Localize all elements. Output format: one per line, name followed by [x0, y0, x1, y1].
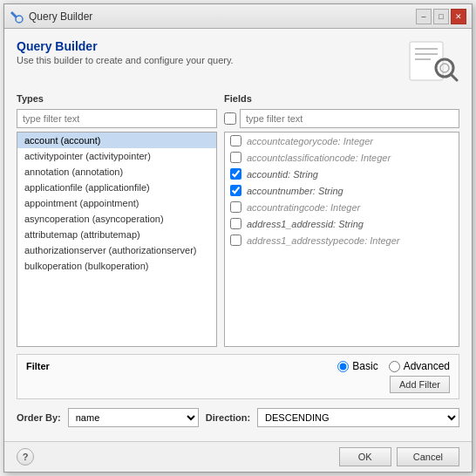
- bottom-section: Filter Basic Advanced Add Filter: [17, 354, 459, 431]
- list-item[interactable]: activitypointer (activitypointer): [17, 148, 216, 164]
- types-panel: Types account (account) activitypointer …: [17, 93, 217, 347]
- field-name: address1_addresstypecode: Integer: [247, 235, 400, 246]
- list-item[interactable]: attributemap (attributemap): [17, 227, 216, 242]
- title-bar-left: Query Builder: [10, 10, 92, 24]
- footer-left: ?: [17, 448, 34, 466]
- minimize-button[interactable]: –: [416, 9, 432, 24]
- header-text: Query Builder Use this builder to create…: [17, 39, 234, 65]
- list-item[interactable]: applicationfile (applicationfile): [17, 180, 216, 195]
- help-button[interactable]: ?: [17, 448, 34, 466]
- order-by-label: Order By:: [17, 412, 61, 423]
- field-item[interactable]: accountid: String: [225, 166, 459, 182]
- advanced-radio[interactable]: [389, 361, 400, 372]
- field-name: accountcategorycode: Integer: [247, 136, 373, 146]
- direction-select[interactable]: ASCENDING DESCENDING: [257, 408, 459, 427]
- content-area: Query Builder Use this builder to create…: [4, 29, 472, 441]
- types-filter-input[interactable]: [17, 109, 217, 128]
- field-item[interactable]: accountnumber: String: [225, 182, 459, 199]
- title-bar-controls: – □ ✕: [416, 9, 466, 24]
- field-item[interactable]: accountratingcode: Integer: [225, 199, 459, 215]
- header-section: Query Builder Use this builder to create…: [17, 39, 459, 83]
- main-panels: Types account (account) activitypointer …: [17, 93, 459, 347]
- advanced-radio-option[interactable]: Advanced: [389, 360, 450, 372]
- filter-section: Filter Basic Advanced Add Filter: [17, 354, 459, 399]
- basic-radio[interactable]: [337, 361, 349, 372]
- main-window: Query Builder – □ ✕ Query Builder Use th…: [3, 3, 473, 473]
- list-item[interactable]: appointment (appointment): [17, 195, 216, 211]
- add-filter-button[interactable]: Add Filter: [390, 376, 450, 393]
- field-checkbox[interactable]: [230, 218, 241, 229]
- footer: ? OK Cancel: [4, 441, 472, 472]
- list-item[interactable]: asyncoperation (asyncoperation): [17, 211, 216, 227]
- fields-filter-row: [224, 109, 459, 128]
- field-item[interactable]: address1_addressid: String: [225, 215, 459, 232]
- field-name: accountclassificationcode: Integer: [247, 153, 391, 163]
- advanced-label: Advanced: [404, 360, 450, 372]
- field-name: accountnumber: String: [247, 186, 343, 196]
- filter-label: Filter: [26, 361, 50, 371]
- field-name: accountid: String: [247, 169, 318, 180]
- close-button[interactable]: ✕: [451, 9, 466, 24]
- basic-radio-option[interactable]: Basic: [337, 360, 377, 372]
- filter-row: Filter Basic Advanced: [26, 360, 450, 372]
- fields-list[interactable]: accountcategorycode: Integer accountclas…: [224, 132, 459, 347]
- direction-label: Direction:: [206, 412, 250, 423]
- page-title: Query Builder: [17, 39, 234, 53]
- field-checkbox[interactable]: [230, 152, 241, 163]
- app-icon: [10, 10, 24, 24]
- field-checkbox[interactable]: [230, 235, 241, 246]
- types-list[interactable]: account (account) activitypointer (activ…: [17, 132, 217, 347]
- list-item[interactable]: bulkoperation (bulkoperation): [17, 258, 216, 274]
- cancel-button[interactable]: Cancel: [397, 447, 459, 466]
- query-icon: [408, 40, 459, 82]
- footer-right: OK Cancel: [339, 447, 459, 466]
- header-icon: [407, 39, 459, 83]
- order-by-select[interactable]: name: [68, 408, 199, 427]
- field-checkbox[interactable]: [230, 168, 241, 180]
- filter-radio-group: Basic Advanced: [337, 360, 450, 372]
- fields-filter-input[interactable]: [240, 109, 459, 128]
- field-checkbox[interactable]: [230, 135, 241, 146]
- field-checkbox[interactable]: [230, 201, 241, 213]
- list-item[interactable]: account (account): [17, 133, 216, 148]
- title-bar: Query Builder – □ ✕: [4, 4, 472, 29]
- page-description: Use this builder to create and configure…: [17, 55, 234, 65]
- field-checkbox[interactable]: [230, 185, 241, 196]
- basic-label: Basic: [352, 360, 377, 372]
- list-item[interactable]: annotation (annotation): [17, 164, 216, 180]
- field-name: address1_addressid: String: [247, 219, 364, 229]
- field-item[interactable]: accountcategorycode: Integer: [225, 133, 459, 149]
- svg-line-7: [451, 74, 457, 80]
- order-section: Order By: name Direction: ASCENDING DESC…: [17, 405, 459, 431]
- svg-point-0: [16, 16, 23, 23]
- field-item[interactable]: accountclassificationcode: Integer: [225, 149, 459, 166]
- fields-panel: Fields accountcategorycode: Integer acco…: [224, 93, 459, 347]
- field-name: accountratingcode: Integer: [247, 202, 360, 213]
- window-title: Query Builder: [29, 10, 92, 23]
- fields-label: Fields: [224, 93, 459, 104]
- field-item[interactable]: address1_addresstypecode: Integer: [225, 232, 459, 248]
- fields-all-checkbox[interactable]: [224, 112, 236, 125]
- filter-buttons-row: Add Filter: [26, 376, 450, 393]
- types-label: Types: [17, 93, 217, 104]
- maximize-button[interactable]: □: [433, 9, 449, 24]
- list-item[interactable]: authorizationserver (authorizationserver…: [17, 242, 216, 258]
- ok-button[interactable]: OK: [339, 447, 391, 466]
